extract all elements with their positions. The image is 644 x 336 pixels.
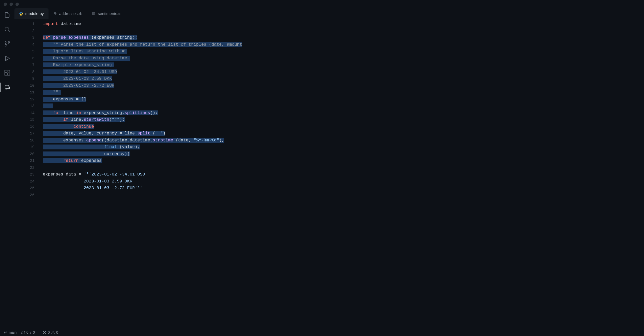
line-number: 26 bbox=[14, 192, 35, 199]
line-number: 3 bbox=[14, 34, 35, 41]
svg-text:TS: TS bbox=[93, 13, 95, 15]
svg-point-13 bbox=[6, 331, 7, 332]
line-gutter: 1234567891011121314151617181920212223242… bbox=[14, 21, 43, 329]
activity-chat[interactable] bbox=[4, 84, 11, 91]
svg-point-4 bbox=[5, 59, 6, 60]
code-line[interactable]: def parse_expenses (expenses_string): bbox=[43, 34, 644, 41]
line-number: 11 bbox=[14, 89, 35, 96]
python-icon bbox=[19, 12, 23, 16]
code-line[interactable] bbox=[43, 164, 644, 171]
files-icon bbox=[4, 12, 11, 18]
git-branch-icon bbox=[4, 41, 11, 47]
line-number: 4 bbox=[14, 41, 35, 48]
line-number: 5 bbox=[14, 48, 35, 55]
window-titlebar bbox=[0, 0, 644, 8]
line-number: 19 bbox=[14, 144, 35, 151]
code-line[interactable]: Example expenses_string: bbox=[43, 62, 644, 69]
extensions-icon bbox=[4, 69, 11, 76]
code-line[interactable]: Ignore lines starting with #. bbox=[43, 48, 644, 55]
typescript-icon: TS bbox=[92, 12, 96, 16]
sync-icon bbox=[21, 331, 25, 334]
arrow-down-icon: ↓ bbox=[30, 330, 31, 334]
status-branch[interactable]: main bbox=[4, 330, 17, 334]
play-icon bbox=[4, 55, 11, 62]
code-line[interactable]: 2023-01-03 2.59 DKK bbox=[43, 178, 644, 185]
code-line[interactable] bbox=[43, 103, 644, 110]
code-line[interactable]: """Parse the list of expenses and return… bbox=[43, 41, 644, 48]
svg-rect-6 bbox=[5, 73, 7, 75]
tab-label: module.py bbox=[25, 11, 44, 16]
error-count: 0 bbox=[48, 330, 50, 334]
code-line[interactable]: return expenses bbox=[43, 157, 644, 164]
activity-search[interactable] bbox=[4, 26, 11, 33]
minimize-traffic-light[interactable] bbox=[10, 3, 13, 6]
branch-name: main bbox=[9, 330, 17, 334]
svg-point-2 bbox=[5, 45, 6, 46]
line-number: 6 bbox=[14, 55, 35, 62]
status-sync[interactable]: 0↓ 0↑ bbox=[21, 330, 38, 334]
branch-icon bbox=[4, 331, 7, 334]
status-problems[interactable]: 0 0 bbox=[43, 330, 58, 334]
activity-bar bbox=[0, 8, 14, 329]
chat-icon bbox=[4, 84, 11, 91]
code-content[interactable]: import datetimedef parse_expenses (expen… bbox=[43, 21, 644, 329]
code-line[interactable] bbox=[43, 192, 644, 199]
line-number: 18 bbox=[14, 137, 35, 144]
line-number: 14 bbox=[14, 110, 35, 117]
close-traffic-light[interactable] bbox=[4, 3, 7, 6]
code-line[interactable]: continue bbox=[43, 123, 644, 130]
svg-point-3 bbox=[8, 42, 10, 43]
tab-label: sentiments.ts bbox=[98, 11, 121, 16]
code-line[interactable]: expenses = [] bbox=[43, 96, 644, 103]
code-line[interactable]: 2023-01-03 -2.72 EUR''' bbox=[43, 185, 644, 192]
line-number: 12 bbox=[14, 96, 35, 103]
code-line[interactable]: date, value, currency = line.split (" ") bbox=[43, 130, 644, 137]
activity-debug[interactable] bbox=[4, 55, 11, 62]
line-number: 10 bbox=[14, 82, 35, 89]
svg-point-11 bbox=[4, 331, 5, 332]
line-number: 7 bbox=[14, 62, 35, 69]
line-number: 9 bbox=[14, 75, 35, 82]
sync-up-count: 0 bbox=[33, 330, 35, 334]
activity-source-control[interactable] bbox=[4, 40, 11, 47]
tab-module-py[interactable]: module.py bbox=[14, 8, 49, 19]
line-number: 22 bbox=[14, 164, 35, 171]
code-line[interactable]: Parse the date using datetime. bbox=[43, 55, 644, 62]
code-line[interactable] bbox=[43, 28, 644, 35]
code-editor[interactable]: 1234567891011121314151617181920212223242… bbox=[14, 19, 644, 329]
code-line[interactable]: for line in expenses_string.splitlines()… bbox=[43, 110, 644, 117]
line-number: 17 bbox=[14, 130, 35, 137]
activity-files[interactable] bbox=[4, 11, 11, 19]
tab-sentiments-ts[interactable]: TSsentiments.ts bbox=[87, 8, 126, 19]
warning-count: 0 bbox=[56, 330, 58, 334]
status-bar: main 0↓ 0↑ 0 0 bbox=[0, 329, 644, 336]
svg-rect-7 bbox=[7, 73, 10, 75]
activity-extensions[interactable] bbox=[4, 69, 11, 76]
code-line[interactable]: import datetime bbox=[43, 21, 644, 28]
arrow-up-icon: ↑ bbox=[36, 330, 38, 334]
code-line[interactable]: 2023-01-03 2.59 DKK bbox=[43, 75, 644, 82]
line-number: 2 bbox=[14, 28, 35, 35]
code-line[interactable]: expenses_data = '''2023-01-02 -34.01 USD bbox=[43, 171, 644, 178]
svg-point-1 bbox=[5, 42, 6, 43]
svg-rect-8 bbox=[8, 70, 10, 72]
line-number: 15 bbox=[14, 116, 35, 123]
code-line[interactable]: float (value), bbox=[43, 144, 644, 151]
main-area: module.pyaddresses.rbTSsentiments.ts 123… bbox=[0, 8, 644, 329]
code-line[interactable]: """ bbox=[43, 89, 644, 96]
code-line[interactable]: expenses.append((datetime.datetime.strpt… bbox=[43, 137, 644, 144]
zoom-traffic-light[interactable] bbox=[15, 3, 19, 6]
line-number: 13 bbox=[14, 103, 35, 110]
svg-point-12 bbox=[4, 333, 5, 334]
line-number: 23 bbox=[14, 171, 35, 178]
tab-addresses-rb[interactable]: addresses.rb bbox=[49, 8, 87, 19]
code-line[interactable]: if line.startswith("#"): bbox=[43, 116, 644, 123]
line-number: 25 bbox=[14, 185, 35, 192]
line-number: 16 bbox=[14, 123, 35, 130]
line-number: 1 bbox=[14, 21, 35, 28]
tab-label: addresses.rb bbox=[59, 11, 83, 16]
warning-icon bbox=[51, 331, 55, 334]
code-line[interactable]: 2023-01-03 -2.72 EUR bbox=[43, 82, 644, 89]
code-line[interactable]: currency)) bbox=[43, 151, 644, 158]
code-line[interactable]: 2023-01-02 -34.01 USD bbox=[43, 69, 644, 76]
